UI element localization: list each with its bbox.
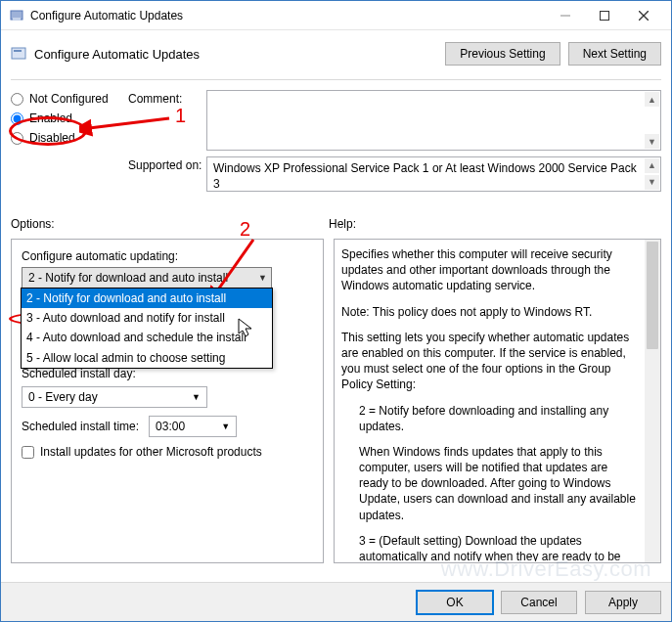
other-products-label: Install updates for other Microsoft prod… (40, 445, 262, 459)
scroll-up-icon[interactable]: ▲ (645, 92, 659, 107)
sched-time-dropdown[interactable]: 03:00 ▼ (149, 416, 237, 437)
chevron-down-icon: ▼ (192, 392, 201, 402)
previous-setting-button[interactable]: Previous Setting (445, 42, 560, 66)
scroll-up-icon[interactable]: ▲ (645, 158, 659, 173)
sub-title: Configure Automatic Updates (34, 47, 437, 62)
other-products-checkbox[interactable]: Install updates for other Microsoft prod… (22, 445, 313, 459)
help-p4: 2 = Notify before downloading and instal… (359, 403, 638, 434)
svg-rect-7 (14, 50, 22, 52)
close-button[interactable] (624, 2, 663, 29)
options-label: Options: (11, 217, 329, 231)
configure-dropdown-list[interactable]: 2 - Notify for download and auto install… (21, 288, 273, 369)
next-setting-button[interactable]: Next Setting (568, 42, 661, 66)
sched-day-dropdown[interactable]: 0 - Every day ▼ (22, 386, 207, 408)
radio-enabled[interactable]: Enabled (11, 111, 128, 125)
help-p3: This setting lets you specify whether au… (341, 330, 638, 393)
state-radios: Not Configured Enabled Disabled (11, 90, 128, 198)
help-p2: Note: This policy does not apply to Wind… (341, 304, 638, 320)
configure-dropdown[interactable]: 2 - Notify for download and auto install… (22, 267, 272, 289)
other-products-checkbox-input[interactable] (22, 446, 34, 459)
minimize-button[interactable] (546, 2, 585, 29)
radio-disabled-label: Disabled (29, 131, 75, 145)
radio-enabled-input[interactable] (11, 112, 23, 125)
policy-icon (11, 46, 26, 62)
apply-button[interactable]: Apply (585, 591, 661, 614)
supported-text-box: Windows XP Professional Service Pack 1 o… (206, 156, 661, 192)
radio-not-configured[interactable]: Not Configured (11, 92, 128, 106)
chevron-down-icon: ▼ (258, 273, 267, 283)
radio-not-configured-input[interactable] (11, 93, 23, 106)
svg-rect-1 (13, 18, 21, 21)
scroll-down-icon[interactable]: ▼ (645, 175, 659, 190)
configure-dropdown-value: 2 - Notify for download and auto install (28, 271, 228, 285)
help-pane: Specifies whether this computer will rec… (334, 239, 661, 563)
dropdown-option-5[interactable]: 5 - Allow local admin to choose setting (22, 348, 272, 368)
sched-time-label: Scheduled install time: (22, 420, 139, 433)
window-title: Configure Automatic Updates (30, 9, 546, 22)
help-p5: When Windows finds updates that apply to… (359, 444, 638, 523)
help-text: Specifies whether this computer will rec… (336, 241, 644, 561)
supported-text: Windows XP Professional Service Pack 1 o… (213, 161, 637, 191)
supported-label: Supported on: (128, 156, 206, 192)
comment-textarea[interactable]: ▲ ▼ (206, 90, 661, 151)
configure-label: Configure automatic updating: (22, 249, 313, 263)
cancel-button[interactable]: Cancel (501, 591, 577, 614)
chevron-down-icon: ▼ (221, 422, 230, 431)
svg-rect-3 (601, 11, 609, 20)
radio-not-configured-label: Not Configured (29, 92, 109, 106)
title-bar: Configure Automatic Updates (1, 1, 671, 30)
help-scrollbar[interactable] (645, 240, 660, 562)
dropdown-option-3[interactable]: 3 - Auto download and notify for install (22, 308, 272, 328)
svg-rect-6 (12, 48, 25, 59)
sched-day-value: 0 - Every day (28, 390, 98, 404)
sched-day-label: Scheduled install day: (22, 367, 313, 380)
app-icon (9, 8, 24, 23)
radio-disabled[interactable]: Disabled (11, 131, 128, 145)
scrollbar-thumb[interactable] (647, 242, 658, 349)
help-p1: Specifies whether this computer will rec… (341, 246, 638, 294)
comment-label: Comment: (128, 90, 206, 151)
options-pane: Configure automatic updating: 2 - Notify… (11, 239, 324, 563)
radio-enabled-label: Enabled (29, 111, 72, 125)
sched-time-value: 03:00 (156, 420, 185, 433)
ok-button[interactable]: OK (417, 591, 493, 614)
radio-disabled-input[interactable] (11, 132, 23, 145)
sub-header: Configure Automatic Updates Previous Set… (1, 30, 671, 71)
dropdown-option-4[interactable]: 4 - Auto download and schedule the insta… (22, 328, 272, 347)
help-label: Help: (329, 217, 356, 231)
scroll-down-icon[interactable]: ▼ (645, 134, 659, 149)
help-p6: 3 = (Default setting) Download the updat… (359, 533, 638, 561)
footer: OK Cancel Apply (1, 582, 671, 621)
maximize-button[interactable] (585, 2, 624, 29)
dropdown-option-2[interactable]: 2 - Notify for download and auto install (22, 289, 272, 308)
